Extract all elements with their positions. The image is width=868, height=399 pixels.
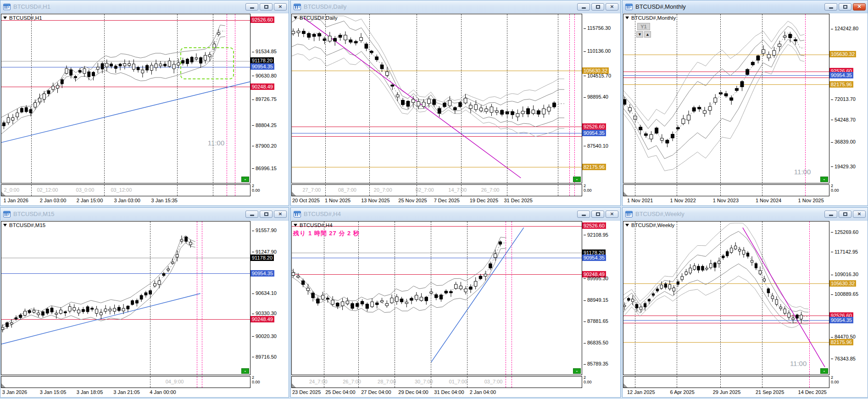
titlebar[interactable]: BTCUSD#,M15 ✕ [0,208,289,221]
close-button[interactable]: ✕ [853,3,866,11]
price-axis-label: 90954.35 [582,255,606,261]
maximize-button[interactable] [591,3,604,11]
close-button[interactable]: ✕ [606,3,618,11]
period-separator-line [677,185,677,196]
price-axis[interactable]: 92526.6092108.9591178.2090954.3590248.49… [582,221,620,375]
period-separator-line [461,185,462,196]
price-plot[interactable]: BTCUSD#,H4残り 1 時間 27 分 2 秒- [291,221,582,375]
close-button[interactable]: ✕ [274,211,287,218]
time-axis-label: 20 Oct 2025 [292,198,320,203]
subwindow-row: 24_7:0026_7:0028_7:0030_7:0001_7:0003_7:… [291,376,620,388]
price-axis-label: 104515.70 [582,72,612,79]
y1-button[interactable]: Y1 [637,23,650,30]
time-axis-label: 14 Dec 2025 [798,389,827,395]
period-separator-line [720,185,721,196]
chart-symbol-label[interactable]: BTCUSD#,Daily [294,15,337,21]
period-separator-line [358,377,359,388]
close-icon: ✕ [857,212,861,216]
window-title: BTCUSD#,H4 [304,211,577,217]
crosshair-time-line [805,185,806,196]
time-axis-label: 3 Jan 21:05 [113,389,140,395]
chart-body[interactable]: BTCUSD#,M15-91557.9091247.9091178.209095… [0,221,289,397]
chart-window-monthly: BTCUSD#,Monthly ✕ 11:00BTCUSD#,MonthlyY1… [622,0,868,206]
minimize-button[interactable] [577,211,590,218]
maximize-button[interactable] [591,211,604,218]
titlebar[interactable]: BTCUSD#,Monthly ✕ [623,0,868,13]
minimize-button[interactable] [577,3,590,11]
titlebar[interactable]: BTCUSD#,Daily ✕ [291,0,620,13]
subwindow-scale-value: 2 [252,183,254,188]
maximize-button[interactable] [260,211,273,218]
minimize-button[interactable] [824,3,837,11]
subwindow-strip[interactable]: 24_7:0026_7:0028_7:0030_7:0001_7:0003_7:… [291,376,582,388]
period-separator-line [635,14,635,183]
chart-window-daily: BTCUSD#,Daily ✕ BTCUSD#,Daily-115756.301… [290,0,621,206]
time-axis-label: 1 Nov 2021 [627,198,653,203]
subwindow-strip[interactable]: 2_0:0002_12:0003_0:0003_12:00 [1,184,250,196]
period-separator-line [720,14,721,183]
maximize-button[interactable] [839,3,851,11]
price-axis[interactable]: 115756.30110136.00105630.32104515.709889… [582,14,620,183]
time-axis-label: 3 Jan 15:05 [40,389,67,395]
price-axis-label: 110136.00 [582,48,612,54]
status-badge: - [573,368,581,374]
chart-symbol-label[interactable]: BTCUSD#,H4 [294,222,333,228]
price-axis[interactable]: 125269.60117142.95109016.30105630.321008… [829,221,867,375]
crosshair-time-line [809,222,810,375]
period-separator-label: 03_7:00 [484,379,503,384]
chart-body[interactable]: 11:00BTCUSD#,MonthlyY1▼▲-124242.80105630… [623,13,868,205]
price-plot[interactable]: 11:00BTCUSD#,Weekly- [623,221,829,375]
subwindow-scale-value: 0.00 [252,188,260,193]
chart-body[interactable]: BTCUSD#,H4残り 1 時間 27 分 2 秒-92526.6092108… [291,221,620,397]
minimize-button[interactable] [824,211,837,218]
chart-body[interactable]: BTCUSD#,Daily-115756.30110136.00105630.3… [291,13,620,205]
candlestick-canvas [292,14,582,183]
chart-body[interactable]: 11:00BTCUSD#,Weekly-125269.60117142.9510… [623,221,868,397]
maximize-button[interactable] [260,3,273,11]
window-title: BTCUSD#,Monthly [635,3,824,10]
minimize-icon [250,7,254,9]
price-plot[interactable]: 11:00BTCUSD#,MonthlyY1▼▲- [623,14,829,183]
period-separator-line [720,377,721,388]
period-separator-line [467,377,467,388]
subwindow-strip[interactable] [623,376,829,388]
close-icon: ✕ [278,212,282,216]
period-separator-line [635,222,635,375]
period-separator-line [369,14,370,183]
price-axis[interactable]: 91557.9091247.9091178.2090954.3590634.10… [250,221,288,375]
maximize-button[interactable] [839,211,851,218]
chart-symbol-label[interactable]: BTCUSD#,Weekly [625,222,674,228]
chart-symbol-label[interactable]: BTCUSD#,M15 [3,222,45,228]
arrow-up-button[interactable]: ▲ [644,31,651,38]
close-button[interactable]: ✕ [274,3,287,11]
chart-main-row: BTCUSD#,H4残り 1 時間 27 分 2 秒-92526.6092108… [291,221,620,375]
chevron-down-icon [3,224,7,227]
period-separator-line [431,222,431,375]
period-separator-label: 08_7:00 [338,187,356,193]
titlebar[interactable]: BTCUSD#,Weekly ✕ [623,208,868,221]
price-plot[interactable]: BTCUSD#,Daily- [291,14,582,183]
price-plot[interactable]: BTCUSD#,M15- [1,221,250,375]
price-axis-label: 86996.15 [250,165,278,172]
titlebar[interactable]: BTCUSD#,H4 ✕ [291,208,620,221]
price-axis[interactable]: 92526.6091534.8591178.2090954.3590630.80… [250,14,288,183]
close-button[interactable]: ✕ [606,211,618,218]
chart-symbol-label[interactable]: BTCUSD#,Monthly [625,15,676,21]
subwindow-strip[interactable]: 27_7:0008_7:0020_7:0002_7:0014_7:0026_7:… [291,184,582,196]
subwindow-strip[interactable] [623,184,829,196]
chart-symbol-label[interactable]: BTCUSD#,H1 [3,15,42,21]
price-axis[interactable]: 124242.80105630.3292526.6090954.3582175.… [829,14,867,183]
minimize-button[interactable] [245,3,258,11]
minimize-button[interactable] [245,211,258,218]
arrow-down-button[interactable]: ▼ [636,31,643,38]
price-plot[interactable]: 11:00BTCUSD#,H1- [1,14,250,183]
subwindow-row: 27_7:0008_7:0020_7:0002_7:0014_7:0026_7:… [291,184,620,196]
chart-body[interactable]: 11:00BTCUSD#,H1-92526.6091534.8591178.20… [0,13,289,205]
time-axis-label: 1 Nov 2025 [325,198,351,203]
time-axis-label: 2 Jan 03:00 [40,198,67,203]
period-separator-line [177,185,178,196]
status-badge: - [241,368,249,374]
titlebar[interactable]: BTCUSD#,H1 ✕ [0,0,289,13]
close-button[interactable]: ✕ [853,211,866,218]
subwindow-strip[interactable]: 04_9:00 [1,376,250,388]
